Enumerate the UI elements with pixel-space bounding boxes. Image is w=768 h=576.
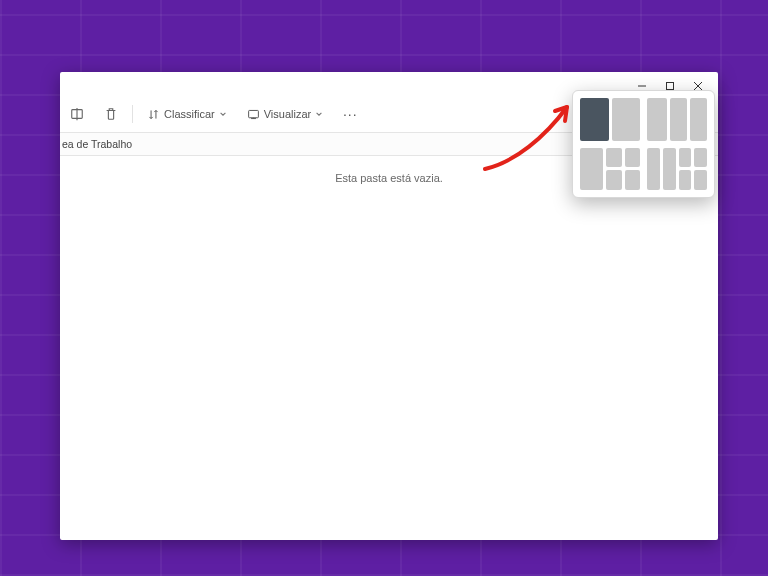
rename-icon (70, 107, 84, 121)
file-list-area: Esta pasta está vazia. (60, 156, 718, 540)
snap-zone[interactable] (625, 148, 640, 168)
snap-layouts-popup (572, 90, 715, 198)
sort-label: Classificar (164, 108, 215, 120)
rename-button[interactable] (64, 101, 90, 127)
snap-zone[interactable] (690, 98, 707, 141)
ellipsis-icon: ··· (343, 106, 358, 122)
snap-zone[interactable] (606, 170, 621, 190)
snap-layout-two-columns[interactable] (580, 98, 640, 141)
chevron-down-icon (315, 110, 323, 118)
snap-zone[interactable] (606, 148, 621, 168)
snap-zone[interactable] (647, 98, 667, 141)
chevron-down-icon (219, 110, 227, 118)
view-label: Visualizar (264, 108, 312, 120)
snap-zone[interactable] (694, 148, 707, 168)
snap-zone[interactable] (647, 148, 660, 191)
empty-folder-message: Esta pasta está vazia. (335, 172, 443, 184)
snap-zone[interactable] (625, 170, 640, 190)
toolbar-separator (132, 105, 133, 123)
view-icon (247, 108, 260, 121)
sort-dropdown[interactable]: Classificar (141, 101, 233, 127)
more-button[interactable]: ··· (337, 101, 363, 127)
snap-layout-quad[interactable] (647, 148, 707, 191)
snap-zone-right[interactable] (612, 98, 641, 141)
snap-zone[interactable] (670, 98, 687, 141)
snap-zone[interactable] (679, 170, 692, 190)
snap-zone[interactable] (663, 148, 676, 191)
delete-button[interactable] (98, 101, 124, 127)
snap-layout-three-columns[interactable] (647, 98, 707, 141)
svg-rect-1 (667, 83, 674, 90)
snap-zone[interactable] (694, 170, 707, 190)
snap-layout-left-two-right[interactable] (580, 148, 640, 191)
svg-rect-6 (248, 110, 258, 117)
sort-icon (147, 108, 160, 121)
breadcrumb-current: ea de Trabalho (62, 138, 132, 150)
trash-icon (104, 107, 118, 121)
snap-zone[interactable] (679, 148, 692, 168)
snap-zone[interactable] (580, 148, 603, 191)
view-dropdown[interactable]: Visualizar (241, 101, 330, 127)
snap-zone-left[interactable] (580, 98, 609, 141)
